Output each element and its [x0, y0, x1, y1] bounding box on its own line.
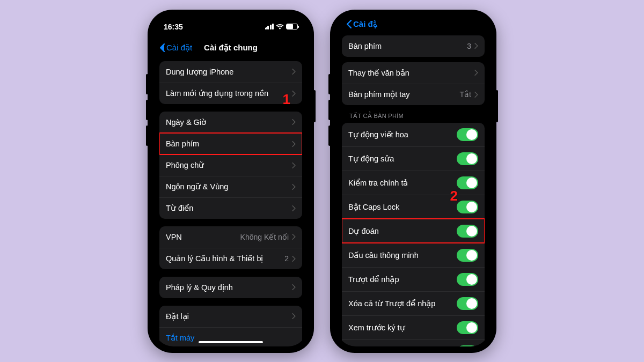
chevron-right-icon [292, 119, 296, 125]
row-label: Dự đoán [348, 227, 379, 235]
settings-row[interactable]: Pháp lý & Quy định [159, 277, 302, 298]
row-label: Xem trước ký tự [348, 323, 405, 332]
toggle-switch[interactable] [457, 273, 478, 286]
chevron-right-icon [292, 256, 296, 262]
settings-row[interactable]: Thay thế văn bản [342, 62, 485, 84]
row-value: 3 [467, 42, 478, 50]
chevron-right-icon [292, 234, 296, 240]
section-header: TẤT CẢ BÀN PHÍM [342, 105, 485, 122]
row-label: Thay thế văn bản [348, 69, 409, 77]
row-value [292, 141, 296, 147]
settings-row[interactable]: Đặt lại [159, 306, 302, 327]
settings-row[interactable]: Bàn phím một tayTắt [342, 84, 485, 105]
row-value [292, 313, 296, 319]
toggle-switch[interactable] [457, 321, 478, 334]
toggle-switch[interactable] [457, 201, 478, 213]
row-value [292, 119, 296, 125]
chevron-right-icon [474, 70, 478, 76]
toggle-switch[interactable] [457, 345, 478, 346]
settings-group: Thay thế văn bản Bàn phím một tayTắt [342, 62, 485, 105]
settings-group: Pháp lý & Quy định [159, 277, 302, 298]
row-label: Bàn phím một tay [348, 90, 410, 99]
settings-row[interactable]: Xóa cả từ Trượt để nhập [342, 291, 485, 315]
row-label: Trượt để nhập [348, 275, 399, 284]
row-label: Pháp lý & Quy định [166, 283, 233, 292]
settings-row[interactable]: Bàn phím [159, 133, 302, 154]
back-label: Cài đặt [166, 43, 192, 53]
row-value [292, 205, 296, 211]
settings-row[interactable]: Dung lượng iPhone [159, 61, 302, 83]
chevron-right-icon [292, 313, 296, 319]
row-label: Làm mới ứng dụng trong nền [166, 89, 268, 98]
settings-row[interactable]: Làm mới ứng dụng trong nền [159, 83, 302, 104]
notch [376, 16, 451, 30]
settings-row[interactable]: Từ điển [159, 197, 302, 219]
row-value [292, 184, 296, 190]
toggle-switch[interactable] [457, 176, 478, 189]
clock: 16:35 [164, 23, 183, 31]
settings-row[interactable]: Quản lý Cấu hình & Thiết bị2 [159, 248, 302, 269]
toggle-switch[interactable] [457, 152, 478, 165]
callout-1: 1 [283, 91, 290, 108]
settings-row[interactable]: Tự động sửa [342, 146, 485, 171]
chevron-right-icon [474, 43, 478, 49]
settings-row[interactable]: Trượt để nhập [342, 267, 485, 291]
row-label: Dung lượng iPhone [166, 68, 233, 76]
settings-row[interactable]: Phím tắt "." [342, 339, 485, 346]
chevron-right-icon [292, 284, 296, 290]
row-label: Quản lý Cấu hình & Thiết bị [166, 254, 263, 263]
settings-group: Ngày & Giờ Bàn phím Phông chữ Ngôn ngữ &… [159, 112, 302, 219]
row-value [474, 70, 478, 76]
phone-mockup-1: 16:35 Cài đặt Cài đặt chung Dung lượng i… [148, 10, 314, 353]
chevron-right-icon [292, 69, 296, 75]
keyboard-settings-content: Bàn phím3 Thay thế văn bản Bàn phím một … [336, 32, 490, 346]
page-title: Cài đặt chung [204, 43, 258, 53]
toggles-group: Tự động viết hoaTự động sửaKiểm tra chín… [342, 123, 485, 346]
row-label: Bàn phím [348, 42, 382, 50]
toggle-switch[interactable] [457, 128, 478, 141]
row-value [292, 284, 296, 290]
toggle-switch[interactable] [457, 225, 478, 238]
settings-row[interactable]: VPNKhông Kết nối [159, 226, 302, 248]
settings-group: Dung lượng iPhone Làm mới ứng dụng trong… [159, 61, 302, 104]
row-label: Bàn phím [166, 139, 199, 148]
chevron-right-icon [292, 205, 296, 211]
back-button[interactable]: Cài đặt [159, 43, 192, 53]
settings-group: Đặt lại Tắt máy [159, 306, 302, 346]
chevron-right-icon [292, 91, 296, 97]
settings-row[interactable]: Phông chữ [159, 154, 302, 176]
chevron-left-icon [346, 20, 352, 28]
callout-2: 2 [450, 188, 458, 204]
settings-row[interactable]: Bật Caps Lock [342, 195, 485, 219]
row-label: Kiểm tra chính tả [348, 179, 408, 187]
row-value: Không Kết nối [240, 233, 296, 241]
chevron-right-icon [292, 184, 296, 190]
settings-row[interactable]: Dấu câu thông minh [342, 243, 485, 267]
settings-row[interactable]: Kiểm tra chính tả [342, 171, 485, 195]
settings-row[interactable]: Tắt máy [159, 327, 302, 346]
nav-bar: Cài đặt Cài đặt chung [154, 38, 308, 58]
row-label: Ngày & Giờ [166, 118, 206, 127]
settings-row[interactable]: Xem trước ký tự [342, 315, 485, 339]
home-indicator[interactable] [199, 341, 263, 343]
settings-row[interactable]: Tự động viết hoa [342, 123, 485, 146]
toggle-switch[interactable] [457, 249, 478, 262]
settings-row[interactable]: Dự đoán [342, 219, 485, 243]
settings-row[interactable]: Bàn phím3 [342, 35, 485, 57]
settings-group: Bàn phím3 [342, 35, 485, 57]
settings-row[interactable]: Ngày & Giờ [159, 112, 302, 133]
toggle-switch[interactable] [457, 297, 478, 310]
row-label: Từ điển [166, 204, 193, 212]
row-label: Ngôn ngữ & Vùng [166, 182, 228, 191]
row-label: Dấu câu thông minh [348, 251, 419, 260]
row-label: Đặt lại [166, 312, 189, 321]
chevron-right-icon [292, 141, 296, 147]
settings-row[interactable]: Ngôn ngữ & Vùng [159, 176, 302, 197]
row-label: Xóa cả từ Trượt để nhập [348, 299, 435, 308]
chevron-right-icon [292, 162, 296, 168]
row-value [292, 162, 296, 168]
row-value [292, 69, 296, 75]
row-label: VPN [166, 233, 182, 241]
chevron-right-icon [474, 92, 478, 98]
wifi-icon [276, 24, 284, 29]
